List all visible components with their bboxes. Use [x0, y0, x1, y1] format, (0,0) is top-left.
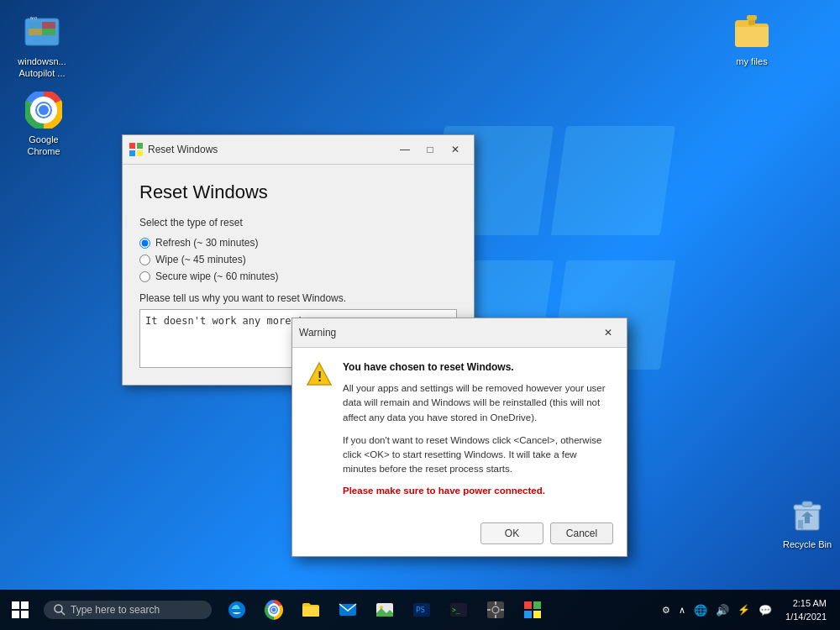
taskbar-mail-icon[interactable] [329, 591, 366, 628]
taskbar-chrome-svg [264, 600, 284, 620]
powershell-icon: PS [412, 600, 432, 620]
recyclebin-icon-img [787, 495, 827, 535]
radio-securewipe-label[interactable]: Secure wipe (~ 60 minutes) [155, 270, 278, 282]
desktop-icon-chrome[interactable]: Google Chrome [10, 87, 77, 161]
svg-rect-32 [302, 606, 319, 617]
taskbar-clock[interactable]: 2:15 AM 1/14/2021 [779, 593, 833, 627]
colorapp-icon [522, 600, 543, 620]
svg-point-10 [39, 105, 49, 115]
taskbar-chrome-icon[interactable] [255, 591, 292, 628]
taskbar-tray: ⚙ ∧ 🌐 🔊 ⚡ 💬 2:15 AM 1/14/2021 [659, 593, 840, 627]
svg-text:w-n: w-n [30, 15, 37, 20]
svg-rect-45 [487, 609, 491, 611]
warning-bold-text: You have chosen to reset Windows. [343, 361, 613, 373]
warning-para1: All your apps and settings will be remov… [343, 381, 613, 425]
reset-maximize-button[interactable]: □ [418, 140, 442, 159]
warning-text-area: You have chosen to reset Windows. All yo… [343, 361, 613, 502]
warning-close-button[interactable]: ✕ [596, 323, 620, 342]
svg-rect-46 [501, 609, 504, 611]
svg-rect-25 [21, 611, 29, 618]
warning-ok-button[interactable]: OK [480, 522, 543, 544]
taskbar-colorapp-icon[interactable] [514, 591, 551, 628]
svg-rect-16 [129, 143, 135, 149]
reset-dialog-titlebar: Reset Windows — □ ✕ [123, 135, 474, 165]
svg-rect-19 [137, 150, 143, 156]
tray-volume-icon[interactable]: 🔊 [712, 601, 732, 620]
warning-dialog: Warning ✕ ! You have chosen to reset Win… [291, 318, 627, 557]
svg-rect-3 [42, 22, 55, 29]
svg-text:PS: PS [416, 606, 425, 614]
desktop-icon-autopilot[interactable]: w-n windowsn... Autopilot ... [8, 8, 76, 83]
svg-rect-24 [12, 611, 19, 618]
taskbar: PS >_ [0, 590, 840, 630]
clock-time: 2:15 AM [785, 596, 827, 611]
desktop: w-n windowsn... Autopilot ... G [0, 0, 840, 630]
settings-icon [486, 600, 506, 620]
chrome-icon-label: Google Chrome [27, 134, 60, 158]
svg-rect-17 [137, 143, 143, 149]
tray-expand-icon[interactable]: ∧ [675, 601, 689, 619]
reset-subtitle: Select the type of reset [139, 217, 457, 228]
reset-minimize-button[interactable]: — [393, 140, 417, 159]
svg-rect-15 [802, 501, 812, 507]
radio-wipe-label[interactable]: Wipe (~ 45 minutes) [155, 254, 246, 265]
reset-titlebar-icon [129, 143, 143, 156]
taskbar-explorer-icon[interactable] [292, 591, 329, 628]
tray-gear-icon[interactable]: ⚙ [659, 601, 674, 619]
myfiles-icon-img [732, 12, 772, 52]
warning-triangle-icon: ! [306, 361, 333, 388]
clock-date: 1/14/2021 [785, 610, 827, 624]
warning-icon-area: ! [306, 361, 333, 502]
mail-icon [338, 600, 358, 620]
radio-securewipe-input[interactable] [139, 271, 150, 282]
taskbar-search-bar[interactable] [44, 601, 212, 619]
svg-rect-44 [495, 615, 496, 618]
svg-point-31 [272, 608, 276, 612]
warning-para3: Please make sure to have power connected… [343, 486, 613, 496]
taskbar-search-input[interactable] [71, 604, 202, 616]
radio-refresh-input[interactable] [139, 238, 150, 249]
svg-rect-48 [533, 601, 541, 609]
taskbar-settings-icon[interactable] [477, 591, 514, 628]
warning-buttons: OK Cancel [292, 516, 627, 556]
taskbar-cmd-icon[interactable]: >_ [440, 591, 477, 628]
svg-rect-22 [12, 601, 19, 609]
reset-titlebar-controls: — □ ✕ [393, 140, 467, 159]
reset-close-button[interactable]: ✕ [444, 140, 467, 159]
tray-network-icon[interactable]: 🌐 [690, 601, 711, 620]
reset-radio-group: Refresh (~ 30 minutes) Wipe (~ 45 minute… [139, 237, 457, 282]
svg-rect-50 [533, 611, 541, 618]
myfiles-icon-label: my files [736, 55, 767, 67]
autopilot-icon-img: w-n [22, 12, 62, 52]
taskbar-edge-icon[interactable] [218, 591, 255, 628]
warning-title: Warning [299, 327, 336, 339]
svg-rect-23 [21, 601, 29, 609]
autopilot-icon-label: windowsn... Autopilot ... [18, 55, 66, 80]
svg-rect-47 [524, 601, 532, 609]
radio-secure-wipe[interactable]: Secure wipe (~ 60 minutes) [139, 270, 457, 282]
tray-battery-icon[interactable]: ⚡ [734, 601, 753, 619]
taskbar-apps: PS >_ [212, 591, 659, 628]
radio-refresh-label[interactable]: Refresh (~ 30 minutes) [155, 237, 258, 249]
tray-icons: ⚙ ∧ 🌐 🔊 ⚡ 💬 [659, 601, 775, 620]
reset-dialog-title: Reset Windows [148, 144, 218, 155]
desktop-icon-recyclebin[interactable]: Recycle Bin [774, 491, 840, 554]
folder-icon [301, 600, 321, 620]
desktop-icon-myfiles[interactable]: my files [718, 8, 785, 71]
svg-point-26 [55, 605, 62, 612]
cmd-icon: >_ [449, 600, 469, 620]
taskbar-photos-icon[interactable] [366, 591, 403, 628]
svg-rect-18 [129, 150, 135, 156]
tray-notification-icon[interactable]: 💬 [755, 601, 775, 620]
windows-logo-icon [12, 601, 29, 618]
search-icon [54, 604, 66, 616]
photos-icon [375, 600, 395, 620]
svg-rect-36 [376, 613, 393, 617]
taskbar-start-button[interactable] [0, 590, 40, 630]
radio-wipe[interactable]: Wipe (~ 45 minutes) [139, 254, 457, 265]
radio-wipe-input[interactable] [139, 255, 150, 265]
radio-refresh[interactable]: Refresh (~ 30 minutes) [139, 237, 457, 249]
taskbar-powershell-icon[interactable]: PS [403, 591, 440, 628]
svg-rect-12 [747, 15, 757, 20]
warning-cancel-button[interactable]: Cancel [550, 522, 613, 544]
